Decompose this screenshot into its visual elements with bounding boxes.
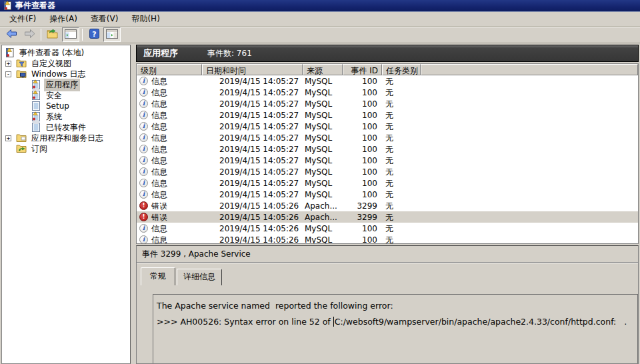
column-header-0[interactable]: 级别 bbox=[137, 64, 202, 75]
tree: 事件查看器 (本地) + 自定义视图 - Windows 日志 应用程序 安全 … bbox=[2, 47, 130, 154]
tree-expander[interactable]: + bbox=[5, 61, 11, 67]
cell-date: 2019/4/15 14:05:26 bbox=[202, 235, 303, 244]
cell-date: 2019/4/15 14:05:27 bbox=[202, 87, 303, 98]
svg-text:?: ? bbox=[92, 30, 96, 39]
cell-category: 无 bbox=[382, 87, 421, 98]
event-row[interactable]: i信息 2019/4/15 14:05:27 MySQL 100 无 bbox=[137, 98, 638, 109]
open-saved-log-button[interactable] bbox=[44, 27, 61, 42]
menu-file[interactable]: 文件(F) bbox=[3, 11, 43, 27]
level-text: 信息 bbox=[151, 167, 167, 177]
back-arrow-icon bbox=[5, 29, 18, 41]
event-row[interactable]: i信息 2019/4/15 14:05:26 MySQL 100 无 bbox=[137, 234, 638, 243]
tree-expander[interactable]: + bbox=[5, 135, 11, 141]
cell-category: 无 bbox=[382, 144, 421, 155]
event-row[interactable]: !错误 2019/4/15 14:05:26 Apach... 3299 无 bbox=[137, 211, 638, 223]
level-text: 信息 bbox=[151, 133, 167, 143]
panel-splitter[interactable] bbox=[131, 43, 136, 364]
event-row[interactable]: i信息 2019/4/15 14:05:27 MySQL 100 无 bbox=[137, 143, 638, 155]
column-header-3[interactable]: 事件 ID bbox=[343, 64, 382, 75]
main-area: 事件查看器 (本地) + 自定义视图 - Windows 日志 应用程序 安全 … bbox=[0, 43, 640, 364]
tree-item[interactable]: Setup bbox=[2, 101, 130, 111]
tree-item[interactable]: 订阅 bbox=[2, 143, 130, 154]
info-icon: i bbox=[139, 145, 148, 153]
level-text: 信息 bbox=[151, 189, 167, 200]
tab-general[interactable]: 常规 bbox=[141, 267, 175, 285]
tree-item-label: 安全 bbox=[44, 89, 64, 102]
cell-event-id: 100 bbox=[343, 76, 382, 87]
cell-category: 无 bbox=[382, 133, 421, 143]
event-row[interactable]: i信息 2019/4/15 14:05:27 MySQL 100 无 bbox=[137, 75, 638, 87]
event-viewer-window: 事件查看器 文件(F) 操作(A) 查看(V) 帮助(H) bbox=[0, 0, 640, 364]
event-row[interactable]: i信息 2019/4/15 14:05:27 MySQL 100 无 bbox=[137, 177, 638, 189]
cell-level: i信息 bbox=[137, 133, 202, 143]
cell-event-id: 100 bbox=[343, 121, 382, 132]
log-alert-icon bbox=[31, 79, 41, 90]
cell-event-id: 3299 bbox=[343, 212, 382, 223]
tab-details[interactable]: 详细信息 bbox=[177, 269, 222, 285]
cell-category: 无 bbox=[382, 110, 421, 121]
cell-date: 2019/4/15 14:05:27 bbox=[202, 178, 303, 189]
event-count: 事件数: 761 bbox=[207, 48, 252, 59]
event-row[interactable]: i信息 2019/4/15 14:05:27 MySQL 100 无 bbox=[137, 121, 638, 132]
event-list-header: 级别日期和时间来源事件 ID任务类别 bbox=[137, 64, 638, 75]
info-icon: i bbox=[139, 224, 148, 233]
level-text: 信息 bbox=[151, 121, 167, 132]
cell-category: 无 bbox=[382, 223, 421, 234]
level-text: 信息 bbox=[151, 76, 167, 87]
level-text: 信息 bbox=[151, 99, 167, 109]
action-pane-toggle-button[interactable] bbox=[103, 27, 121, 42]
event-row[interactable]: i信息 2019/4/15 14:05:27 MySQL 100 无 bbox=[137, 155, 638, 166]
log-alert-icon bbox=[31, 90, 41, 101]
event-row[interactable]: i信息 2019/4/15 14:05:27 MySQL 100 无 bbox=[137, 189, 638, 200]
cell-date: 2019/4/15 14:05:27 bbox=[202, 144, 303, 155]
tree-expander[interactable]: - bbox=[5, 71, 11, 77]
column-header-4[interactable]: 任务类别 bbox=[382, 64, 421, 75]
back-button[interactable] bbox=[3, 27, 20, 42]
event-row[interactable]: i信息 2019/4/15 14:05:27 MySQL 100 无 bbox=[137, 166, 638, 177]
info-icon: i bbox=[139, 179, 148, 187]
menu-help[interactable]: 帮助(H) bbox=[125, 11, 166, 27]
cell-level: i信息 bbox=[137, 110, 202, 121]
cell-date: 2019/4/15 14:05:26 bbox=[202, 201, 303, 211]
event-row[interactable]: i信息 2019/4/15 14:05:27 MySQL 100 无 bbox=[137, 132, 638, 143]
console-tree-panel: 事件查看器 (本地) + 自定义视图 - Windows 日志 应用程序 安全 … bbox=[1, 45, 131, 364]
column-header-1[interactable]: 日期和时间 bbox=[202, 64, 303, 75]
event-row[interactable]: i信息 2019/4/15 14:05:27 MySQL 100 无 bbox=[137, 87, 638, 98]
cell-level: i信息 bbox=[137, 155, 202, 166]
tree-item[interactable]: + 应用程序和服务日志 bbox=[2, 133, 130, 143]
level-text: 错误 bbox=[151, 201, 167, 211]
event-row[interactable]: i信息 2019/4/15 14:05:26 MySQL 100 无 bbox=[137, 223, 638, 234]
help-button[interactable]: ? bbox=[85, 27, 103, 42]
event-row[interactable]: i信息 2019/4/15 14:05:27 MySQL 100 无 bbox=[137, 109, 638, 121]
cell-source: MySQL bbox=[303, 235, 343, 244]
level-text: 信息 bbox=[151, 235, 167, 244]
cell-date: 2019/4/15 14:05:27 bbox=[202, 121, 303, 132]
menu-view[interactable]: 查看(V) bbox=[84, 11, 125, 27]
cell-event-id: 100 bbox=[343, 167, 382, 177]
folder-computer-icon bbox=[16, 69, 27, 79]
window-title: 事件查看器 bbox=[15, 0, 55, 11]
console-tree-toggle-button[interactable] bbox=[62, 27, 79, 42]
cell-level: i信息 bbox=[137, 167, 202, 177]
forward-button[interactable] bbox=[21, 27, 38, 42]
cell-level: i信息 bbox=[137, 189, 202, 200]
tree-item[interactable]: 应用程序 bbox=[2, 79, 130, 90]
log-icon bbox=[31, 101, 41, 111]
content-panel: 应用程序 事件数: 761 级别日期和时间来源事件 ID任务类别 i信息 201… bbox=[136, 43, 640, 364]
info-icon: i bbox=[139, 156, 148, 165]
cell-category: 无 bbox=[382, 189, 421, 200]
column-header-2[interactable]: 来源 bbox=[303, 64, 343, 75]
cell-level: i信息 bbox=[137, 144, 202, 155]
event-row[interactable]: !错误 2019/4/15 14:05:26 Apach... 3299 无 bbox=[137, 200, 638, 211]
cell-level: i信息 bbox=[137, 87, 202, 98]
tree-item[interactable]: 安全 bbox=[2, 90, 130, 101]
cell-level: i信息 bbox=[137, 223, 202, 234]
info-icon: i bbox=[139, 88, 148, 97]
cell-event-id: 100 bbox=[343, 99, 382, 109]
cell-event-id: 100 bbox=[343, 235, 382, 244]
forward-arrow-icon bbox=[23, 29, 36, 41]
cell-source: MySQL bbox=[303, 99, 343, 109]
cell-category: 无 bbox=[382, 99, 421, 109]
cell-level: i信息 bbox=[137, 121, 202, 132]
menu-action[interactable]: 操作(A) bbox=[43, 11, 84, 27]
